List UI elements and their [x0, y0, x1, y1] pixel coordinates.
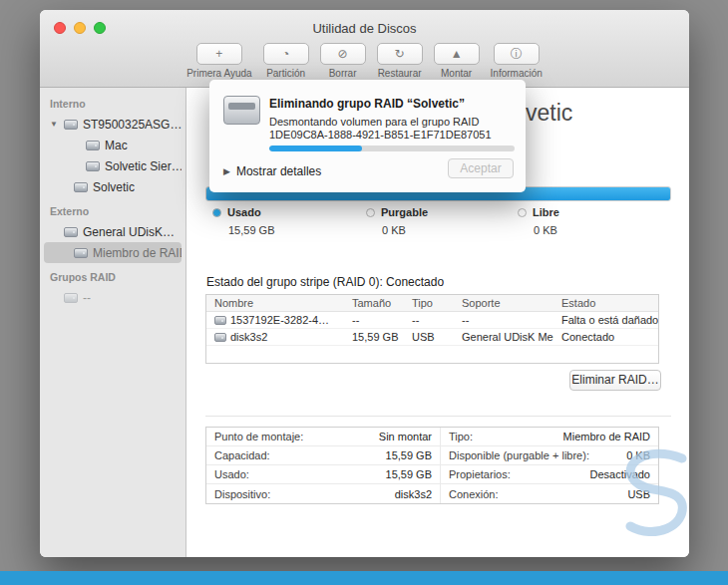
sidebar-item-st9500325asg[interactable]: ▼ ST9500325ASG…	[44, 114, 182, 135]
disclosure-triangle-icon: ▶	[223, 166, 230, 176]
titlebar[interactable]: Utilidad de Discos	[40, 10, 689, 44]
solvetic-watermark-logo	[612, 448, 700, 540]
info-label: Propietarios:	[449, 468, 511, 480]
cell-estado: Falta o está dañado	[553, 314, 658, 326]
sidebar-item-solvetic-sierra[interactable]: Solvetic Sier…	[44, 155, 182, 176]
cell-tipo: USB	[404, 331, 454, 343]
volume-title: vetic	[526, 100, 572, 127]
info-row: Usado: 15,59 GB Propietarios: Desactivad…	[206, 465, 658, 484]
dialog-title: Eliminando grupo RAID “Solvetic”	[269, 97, 465, 111]
info-label: Dispositivo:	[214, 488, 270, 500]
info-label: Punto de montaje:	[214, 431, 303, 442]
legend-value: 0 KB	[534, 224, 559, 236]
column-header-tamano[interactable]: Tamaño	[344, 297, 404, 309]
dialog-message-line2: 1DE09C8A-1888-4921-B851-E1F71DE87051	[269, 129, 492, 142]
info-label: Conexión:	[449, 488, 499, 500]
dialog-message-line1: Desmontando volumen para el grupo RAID	[269, 116, 492, 129]
volume-icon	[74, 182, 88, 192]
sidebar-item-miembro-de-raid[interactable]: Miembro de RAID…	[44, 242, 182, 263]
dialog-message: Desmontando volumen para el grupo RAID 1…	[269, 116, 492, 142]
column-header-nombre[interactable]: Nombre	[206, 297, 344, 309]
disclosure-triangle-icon[interactable]: ▼	[50, 120, 58, 129]
progress-bar	[269, 146, 515, 151]
info-icon: ⓘ	[511, 46, 523, 63]
cell-tamano: --	[344, 314, 404, 326]
progress-fill	[269, 146, 362, 151]
disk-icon	[64, 120, 78, 130]
sidebar-item-solvetic[interactable]: Solvetic	[44, 176, 182, 197]
footer-bar	[0, 571, 728, 585]
volume-icon	[86, 141, 100, 150]
disk-icon	[64, 227, 78, 237]
toolbar-label-first-aid: Primera Ayuda	[186, 68, 251, 79]
info-row: Capacidad: 15,59 GB Disponible (purgable…	[206, 446, 658, 465]
info-label: Disponible (purgable + libre):	[449, 449, 589, 461]
info-value: Miembro de RAID	[563, 431, 650, 442]
sidebar-section-interno: Interno	[40, 90, 185, 114]
toolbar-label-erase: Borrar	[329, 68, 357, 79]
sidebar-item-label: --	[83, 291, 91, 305]
legend-purgable: Purgable 0 KB	[366, 206, 428, 236]
show-details-toggle[interactable]: ▶ Mostrar detalles	[223, 164, 321, 178]
restore-icon: ↻	[395, 47, 405, 61]
raid-members-table: Nombre Tamaño Tipo Soporte Estado 153719…	[205, 294, 659, 364]
section-divider	[205, 416, 671, 417]
sidebar-item-mac[interactable]: Mac	[44, 135, 182, 155]
info-value: disk3s2	[395, 488, 432, 500]
legend-usado: Usado 15,59 GB	[212, 206, 274, 236]
disk-icon	[214, 316, 226, 325]
column-header-tipo[interactable]: Tipo	[404, 297, 454, 309]
delete-raid-progress-dialog: Eliminando grupo RAID “Solvetic” Desmont…	[209, 80, 526, 192]
sidebar-item-label: Solvetic	[93, 180, 135, 194]
column-header-estado[interactable]: Estado	[553, 297, 658, 309]
info-label: Tipo:	[449, 431, 473, 442]
purgable-dot-icon	[366, 208, 375, 217]
cell-estado: Conectado	[553, 331, 658, 343]
cell-nombre: disk3s2	[230, 331, 267, 343]
sidebar-item-label: Mac	[105, 139, 128, 152]
sidebar: Interno ▼ ST9500325ASG… Mac Solvetic Sie…	[40, 88, 186, 557]
sidebar-section-externo: Externo	[40, 197, 185, 221]
toolbar-label-partition: Partición	[266, 68, 305, 79]
sidebar-item-label: General UDisK…	[83, 225, 175, 239]
info-value: 15,59 GB	[386, 449, 432, 461]
sidebar-item-label: ST9500325ASG…	[83, 118, 182, 132]
table-header: Nombre Tamaño Tipo Soporte Estado	[206, 295, 658, 312]
info-value: 15,59 GB	[386, 468, 432, 480]
accept-button[interactable]: Aceptar	[448, 158, 514, 178]
window-chrome: Utilidad de Discos + Primera Ayuda ◔ Par…	[40, 10, 689, 88]
sidebar-item-raid-group[interactable]: --	[44, 287, 182, 308]
sidebar-item-general-udisk[interactable]: General UDisK…	[44, 221, 182, 242]
table-row[interactable]: 1537192E-3282-4… -- -- -- Falta o está d…	[206, 312, 658, 329]
info-panel: Punto de montaje: Sin montar Tipo: Miemb…	[205, 427, 659, 504]
usado-dot-icon	[212, 208, 221, 217]
toolbar-label-info: Información	[491, 68, 543, 79]
cell-tipo: --	[404, 314, 454, 326]
volume-icon	[74, 248, 88, 258]
info-value: Sin montar	[379, 431, 432, 442]
show-details-label: Mostrar detalles	[236, 164, 321, 178]
delete-raid-button[interactable]: Eliminar RAID…	[569, 370, 661, 391]
disk-icon	[214, 333, 226, 342]
legend-label: Usado	[227, 206, 261, 218]
first-aid-icon: +	[215, 47, 222, 61]
window-title: Utilidad de Discos	[40, 21, 689, 36]
external-drive-icon	[223, 96, 260, 125]
cell-soporte: General UDisK Media	[454, 331, 553, 343]
legend-label: Purgable	[381, 206, 428, 218]
cell-tamano: 15,59 GB	[344, 331, 404, 343]
legend-label: Libre	[533, 206, 559, 218]
info-row: Punto de montaje: Sin montar Tipo: Miemb…	[206, 428, 658, 446]
sidebar-item-label: Solvetic Sier…	[105, 159, 182, 173]
volume-icon	[86, 161, 100, 171]
info-label: Usado:	[214, 468, 249, 480]
toolbar-label-mount: Montar	[441, 68, 472, 79]
partition-icon: ◔	[282, 47, 289, 61]
toolbar-label-restore: Restaurar	[378, 68, 422, 79]
table-row[interactable]: disk3s2 15,59 GB USB General UDisK Media…	[206, 329, 658, 346]
info-label: Capacidad:	[214, 449, 270, 461]
column-header-soporte[interactable]: Soporte	[454, 297, 553, 309]
libre-dot-icon	[518, 208, 527, 217]
erase-icon: ⊘	[338, 47, 348, 61]
legend-libre: Libre 0 KB	[518, 206, 559, 236]
